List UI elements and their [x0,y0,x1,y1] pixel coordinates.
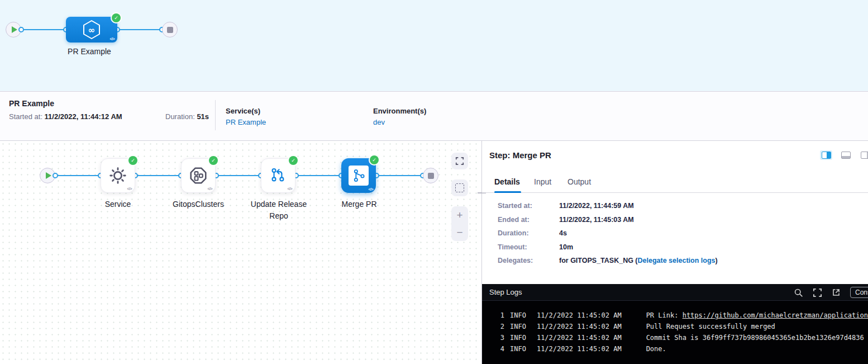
duration-value: 51s [197,112,209,121]
step-node-service[interactable]: ✓ </> [101,158,135,193]
code-icon: </> [207,187,212,191]
log-level: INFO [510,343,526,354]
zoom-out-button[interactable]: − [456,227,462,238]
connector [296,175,341,176]
step-label-gitopsclusters: GitopsClusters [159,198,237,210]
log-line: 2 INFO 11/2/2022 11:45:02 AM Pull Reques… [482,321,868,332]
detail-row-delegates: Delegates: for GITOPS_TASK_NG (Delegate … [498,257,718,265]
duration-label: Duration: [165,112,195,121]
success-check-icon: ✓ [112,13,121,22]
step-label-update-release-repo: Update Release Repo [245,198,312,222]
stage-graph-canvas[interactable]: ∞ ✓ </> PR Example [0,0,868,92]
log-timestamp: 11/2/2022 11:45:02 AM [537,332,622,343]
environments-label: Environment(s) [373,107,426,115]
panel-layout-switcher [820,150,868,160]
layout-right-view-button[interactable] [859,150,868,160]
stop-icon [428,173,434,179]
active-tab-indicator [494,191,521,193]
step-details-panel: Step: Merge PR Details Input Output Star… [481,141,868,364]
code-icon: </> [109,37,115,41]
detail-value: 11/2/2022, 11:45:03 AM [559,216,634,224]
code-icon: </> [127,187,132,191]
log-timestamp: 11/2/2022 11:45:02 AM [537,343,622,354]
log-message: Commit Sha is 36f99ff737b98986045365e1b2… [646,332,864,343]
log-line-number: 1 [497,310,504,321]
delegates-prefix: for GITOPS_TASK_NG ( [559,257,638,264]
log-line: 1 INFO 11/2/2022 11:45:02 AM PR Link: ht… [482,310,868,321]
environments-block: Environment(s) dev [373,107,426,126]
detail-value: 11/2/2022, 11:44:59 AM [559,202,634,210]
delegate-selection-logs-link[interactable]: Delegate selection logs [638,257,716,264]
search-icon[interactable] [794,288,803,297]
fullscreen-icon [455,157,464,166]
step-label-service: Service [79,198,157,210]
step-node-gitopsclusters[interactable]: ✓ </> [181,158,216,193]
success-check-icon: ✓ [128,156,137,165]
code-icon: </> [287,187,292,191]
marquee-select-icon [455,183,464,192]
pr-link[interactable]: https://github.com/michaelcretzman/appli… [683,311,868,319]
detail-row-ended: Ended at: 11/2/2022, 11:45:03 AM [498,216,718,224]
connector-dot [53,173,58,178]
log-line-number: 4 [497,343,504,354]
log-output[interactable]: 1 INFO 11/2/2022 11:45:02 AM PR Link: ht… [482,301,868,364]
tab-input[interactable]: Input [534,177,551,186]
logs-fullscreen-icon[interactable] [813,288,822,297]
detail-label: Duration: [498,230,559,238]
step-node-merge-pr[interactable]: ✓ </> [341,158,376,193]
stage-end-node[interactable] [162,22,178,37]
detail-value: for GITOPS_TASK_NG (Delegate selection l… [559,257,718,265]
split-view-icon [822,152,831,159]
execution-graph-canvas[interactable]: ✓ </> Service ✓ </> GitopsClusters [0,141,481,364]
step-logs-title: Step Logs [489,288,522,296]
stage-connector [21,29,66,30]
tab-details[interactable]: Details [494,177,520,186]
log-line-number: 2 [497,321,504,332]
connector [55,175,101,176]
detail-row-started: Started at: 11/2/2022, 11:44:59 AM [498,202,718,210]
success-check-icon: ✓ [209,156,218,165]
execution-end-node[interactable] [423,168,438,183]
detail-label: Delegates: [498,257,559,265]
environment-link[interactable]: dev [373,118,426,126]
stop-icon [167,27,173,33]
step-panel-title: Step: Merge PR [489,150,551,160]
log-message: Done. [646,343,666,354]
log-level: INFO [510,310,526,321]
service-link[interactable]: PR Example [226,118,266,126]
gear-icon [108,166,127,185]
layout-bottom-view-button[interactable] [840,150,852,160]
step-details-list: Started at: 11/2/2022, 11:44:59 AM Ended… [498,202,718,271]
success-check-icon: ✓ [289,156,298,165]
code-icon: </> [368,187,373,191]
zoom-in-button[interactable]: + [456,210,462,220]
pipeline-execution-page: { "stage_graph": { "stage": { "label": "… [0,0,868,364]
detail-label: Ended at: [498,216,559,224]
log-timestamp: 11/2/2022 11:45:02 AM [537,321,622,332]
connector [216,175,261,176]
git-branch-icon [349,166,369,186]
detail-row-timeout: Timeout: 10m [498,244,718,252]
detail-row-duration: Duration: 4s [498,230,718,238]
pipeline-title: PR Example [9,99,54,108]
success-check-icon: ✓ [370,155,379,164]
step-logs-header: Step Logs [482,284,868,301]
detail-value: 10m [559,244,573,252]
marquee-select-button[interactable] [451,179,468,196]
vertical-divider [215,100,216,130]
step-logs-panel: Step Logs [482,284,868,364]
step-node-update-release-repo[interactable]: ✓ </> [261,158,295,193]
bottom-view-icon [841,152,851,159]
tab-output[interactable]: Output [567,177,591,186]
console-view-button[interactable]: Console View [850,287,868,298]
right-view-icon [861,152,868,159]
started-at-value: 11/2/2022, 11:44:12 AM [45,112,122,121]
stage-label: PR Example [56,47,123,56]
connector-dot [18,27,24,32]
open-in-new-icon[interactable] [832,288,841,297]
layout-split-view-button[interactable] [820,150,832,160]
log-line: 4 INFO 11/2/2022 11:45:02 AM Done. [482,343,868,354]
stage-node-pr-example[interactable]: ∞ ✓ </> [66,17,117,42]
fullscreen-button[interactable] [451,153,468,169]
run-header: PR Example Started at: 11/2/2022, 11:44:… [0,92,868,141]
